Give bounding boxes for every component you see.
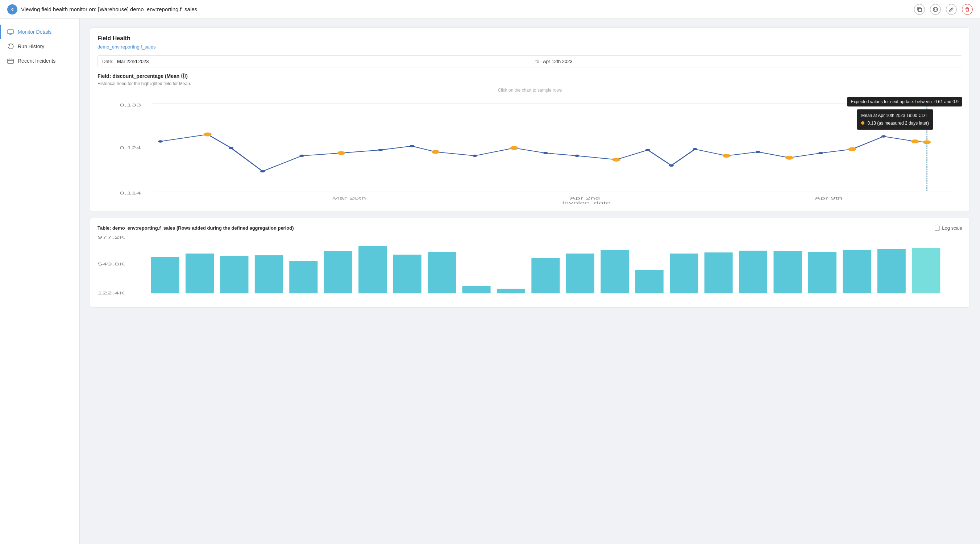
bar-23 bbox=[912, 248, 940, 293]
pause-button[interactable] bbox=[930, 4, 941, 15]
bar-4 bbox=[255, 255, 283, 293]
y-label-mid: 0.124 bbox=[119, 145, 142, 150]
x-label-mar26: Mar 26th bbox=[332, 195, 366, 200]
date-from-input[interactable] bbox=[117, 59, 532, 64]
bar-6 bbox=[324, 251, 352, 293]
back-button[interactable] bbox=[7, 4, 18, 14]
line-node-8 bbox=[543, 152, 548, 154]
svg-rect-5 bbox=[8, 30, 13, 34]
copy-button[interactable] bbox=[914, 4, 925, 15]
header-right bbox=[914, 4, 973, 15]
bar-2 bbox=[186, 254, 214, 293]
monitor-details-icon bbox=[7, 28, 14, 35]
data-dot-latest bbox=[923, 140, 931, 144]
bar-22 bbox=[877, 249, 906, 293]
bar-5 bbox=[289, 261, 318, 293]
bar-9 bbox=[428, 252, 456, 293]
bar-13 bbox=[566, 254, 594, 293]
bar-20 bbox=[808, 252, 837, 293]
sidebar-item-monitor-details-label: Monitor Details bbox=[18, 29, 51, 35]
field-health-title: Field Health bbox=[97, 35, 962, 42]
main-content: Field Health demo_env:reporting.f_sales … bbox=[80, 19, 980, 544]
bar-16 bbox=[670, 254, 698, 293]
line-node-1 bbox=[158, 140, 163, 142]
svg-rect-8 bbox=[8, 59, 13, 63]
date-separator: to bbox=[535, 59, 539, 64]
bar-y-min: 122.4K bbox=[97, 291, 125, 295]
log-scale-checkbox[interactable] bbox=[935, 226, 940, 231]
bar-y-mid: 549.8K bbox=[97, 262, 125, 266]
field-health-link[interactable]: demo_env:reporting.f_sales bbox=[97, 44, 156, 50]
x-label-apr2: Apr 2nd bbox=[570, 195, 600, 200]
bar-3 bbox=[220, 256, 248, 293]
line-node-4 bbox=[299, 155, 304, 157]
svg-marker-0 bbox=[11, 8, 13, 11]
bar-chart-title: Table: demo_env:reporting.f_sales (Rows … bbox=[97, 225, 294, 231]
field-health-card: Field Health demo_env:reporting.f_sales … bbox=[90, 27, 970, 212]
sidebar: Monitor Details Run History Recent I bbox=[0, 19, 80, 544]
data-dot-3 bbox=[432, 150, 440, 154]
chart-subtitle: Historical trend for the highlighted fie… bbox=[97, 81, 962, 86]
line-chart-wrapper[interactable]: Expected values for next update: between… bbox=[97, 96, 962, 204]
sidebar-item-run-history[interactable]: Run History bbox=[0, 39, 80, 54]
bar-18 bbox=[739, 251, 767, 293]
line-node-11 bbox=[669, 165, 674, 167]
delete-button[interactable] bbox=[962, 4, 973, 15]
line-node-14 bbox=[818, 152, 823, 154]
bar-10 bbox=[462, 286, 490, 293]
recent-incidents-icon bbox=[7, 57, 14, 65]
log-scale-label: Log scale bbox=[942, 225, 962, 231]
chart-field-title: Field: discount_percentage (Mean ⓘ) bbox=[97, 73, 962, 80]
line-node-7 bbox=[473, 155, 477, 157]
log-scale-row: Log scale bbox=[935, 225, 962, 231]
line-node-15 bbox=[881, 135, 886, 137]
bar-8 bbox=[393, 255, 422, 293]
edit-button[interactable] bbox=[946, 4, 957, 15]
header-left: Viewing field health monitor on: [Wareho… bbox=[7, 4, 197, 14]
line-node-10 bbox=[646, 149, 650, 151]
bar-chart-header: Table: demo_env:reporting.f_sales (Rows … bbox=[97, 225, 962, 231]
data-dot-8 bbox=[848, 147, 856, 151]
bar-19 bbox=[773, 251, 802, 293]
svg-point-2 bbox=[933, 7, 938, 11]
line-chart-svg[interactable]: 0.133 0.124 0.114 Mar 26th Apr 2nd invoi… bbox=[97, 96, 962, 204]
bar-14 bbox=[601, 250, 629, 293]
svg-rect-1 bbox=[918, 8, 922, 11]
bar-17 bbox=[705, 252, 733, 293]
bar-chart-svg[interactable]: 977.2K 549.8K 122.4K bbox=[97, 234, 962, 299]
sidebar-item-recent-incidents-label: Recent Incidents bbox=[18, 58, 56, 64]
data-dot-6 bbox=[722, 154, 730, 158]
data-dot-1 bbox=[204, 133, 212, 136]
bar-15 bbox=[635, 270, 663, 293]
date-range-row: Date: to bbox=[97, 56, 962, 67]
bar-7 bbox=[358, 246, 387, 293]
line-chart-section: Field: discount_percentage (Mean ⓘ) Hist… bbox=[97, 73, 962, 204]
line-node-9 bbox=[575, 155, 579, 157]
sidebar-item-recent-incidents[interactable]: Recent Incidents bbox=[0, 54, 80, 68]
x-label-invoice: invoice_date bbox=[562, 200, 611, 204]
run-history-icon bbox=[7, 43, 14, 50]
x-label-apr9: Apr 9th bbox=[815, 195, 843, 200]
bar-1 bbox=[151, 257, 179, 293]
data-dot-4 bbox=[510, 146, 518, 150]
date-label: Date: bbox=[102, 59, 113, 64]
bar-chart-wrapper[interactable]: 977.2K 549.8K 122.4K bbox=[97, 234, 962, 300]
top-header: Viewing field health monitor on: [Wareho… bbox=[0, 0, 980, 19]
bar-11 bbox=[497, 289, 525, 293]
layout: Monitor Details Run History Recent I bbox=[0, 19, 980, 544]
data-dot-7 bbox=[785, 156, 793, 160]
chart-hint: Click on the chart to sample rows bbox=[97, 88, 962, 93]
line-node-3 bbox=[260, 170, 265, 172]
date-to-input[interactable] bbox=[543, 59, 958, 64]
bar-12 bbox=[531, 258, 560, 293]
y-label-min: 0.114 bbox=[119, 191, 142, 195]
data-dot-2 bbox=[337, 151, 345, 155]
bar-21 bbox=[843, 250, 871, 293]
page-title: Viewing field health monitor on: [Wareho… bbox=[21, 6, 197, 12]
line-node-5 bbox=[378, 149, 383, 151]
data-dot-9 bbox=[911, 140, 919, 143]
y-label-max: 0.133 bbox=[119, 103, 142, 107]
sidebar-item-run-history-label: Run History bbox=[18, 43, 44, 49]
sidebar-item-monitor-details[interactable]: Monitor Details bbox=[0, 25, 80, 39]
bar-y-max: 977.2K bbox=[97, 235, 125, 239]
